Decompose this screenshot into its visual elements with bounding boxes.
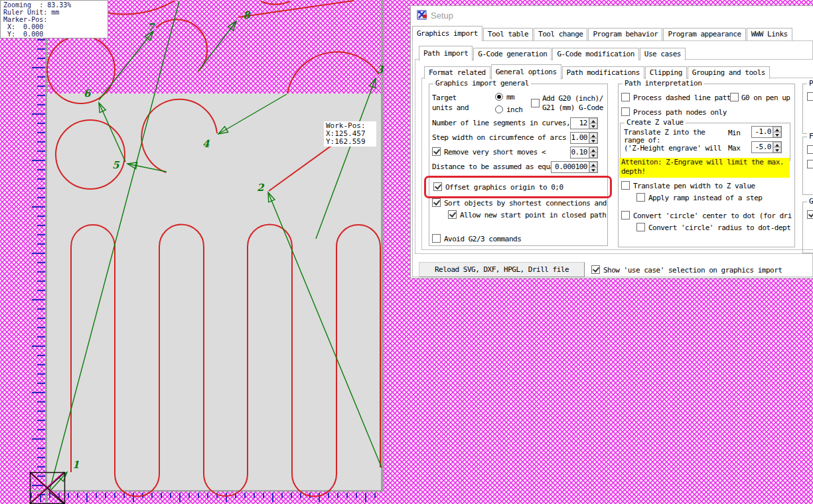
tab-graphics-import[interactable]: Graphics import (412, 26, 482, 41)
checkbox-process-dashed[interactable] (621, 93, 630, 101)
checkbox-pen-width-z[interactable] (621, 181, 630, 190)
checkbox-convert-center[interactable] (621, 211, 630, 220)
subsubtab-clipping[interactable]: Clipping (645, 66, 687, 79)
step-width-spinner-value[interactable]: 1.00 (571, 133, 589, 143)
subtab-use-cases[interactable]: Use cases (640, 48, 686, 60)
radio-units-mm-label: mm (506, 93, 514, 101)
target-units-label-2: units and (432, 103, 469, 112)
process-dashed-label: Process dashed line patte (633, 94, 735, 102)
subtab-g-code-modification[interactable]: G-Code modification (552, 48, 638, 60)
remove-short-moves-spinner-up-arrow[interactable] (589, 147, 597, 153)
add-g20-label-1: Add G20 (inch)/ (542, 94, 603, 103)
checkbox-sort-objects[interactable] (432, 198, 441, 207)
group-label-path-interpretation: Path interpretation (623, 79, 703, 88)
equal-distance-spinner-value[interactable]: 0.000100 (552, 162, 589, 172)
checkbox-apply-ramp[interactable] (636, 193, 645, 202)
reload-file-button[interactable]: Reload SVG, DXF, HPGL, Drill file (419, 262, 585, 277)
target-units-label-1: Target (432, 94, 457, 102)
equal-distance-spinner-up-arrow[interactable] (589, 162, 597, 167)
import-tab-bar: Path importG-Code generationG-Code modif… (419, 46, 686, 60)
avoid-g23-label: Avoid G2/3 commands (444, 235, 521, 243)
line-segments-spinner-value[interactable]: 12 (571, 118, 589, 129)
info-ruler-unit: Ruler Unit: mm (3, 9, 59, 16)
z-max-spinner[interactable]: -5.0 (751, 141, 782, 153)
group-label-graphics-import-general: Graphics import general (433, 79, 531, 88)
checkbox-add-g20-g21[interactable] (531, 99, 540, 107)
tab-program-appearance[interactable]: Program appearance (663, 28, 745, 40)
z-min-spinner-value[interactable]: -1.0 (752, 127, 773, 137)
z-max-spinner-up-arrow[interactable] (773, 142, 781, 147)
z-max-label: Max (728, 144, 740, 153)
work-pos-tooltip: Work-Pos: X:125.457 Y:162.559 (324, 121, 376, 147)
subsubtab-format-related[interactable]: Format related (424, 66, 490, 79)
subsubtab-grouping-and-tools[interactable]: Grouping and tools (688, 66, 770, 79)
z-min-spinner-arrows (773, 127, 781, 137)
checkbox-allow-new-start[interactable] (448, 210, 457, 219)
info-zooming: Zooming : 83.33% (3, 1, 71, 9)
tab-tool-table[interactable]: Tool table (483, 28, 533, 40)
checkbox-convert-radius[interactable] (636, 223, 645, 231)
clipped-group-label: Fl (807, 132, 813, 141)
info-marker-x: X: 0.000 (3, 23, 43, 31)
line-segments-spinner[interactable]: 12 (570, 117, 598, 129)
dialog-titlebar[interactable]: Setup (411, 6, 813, 25)
z-min-spinner[interactable]: -1.0 (751, 126, 782, 138)
line-segments-spinner-down-arrow[interactable] (589, 123, 597, 129)
radio-units-inch[interactable] (495, 105, 503, 113)
subtab-g-code-generation[interactable]: G-Code generation (473, 48, 552, 60)
clipped-group-fl: Fl (802, 137, 813, 195)
subtab-path-import[interactable]: Path import (419, 46, 473, 61)
work-area[interactable] (47, 94, 381, 491)
tab-www-links[interactable]: WWW Links (747, 28, 792, 40)
info-marker-y: Y: 0.000 (3, 31, 43, 38)
remove-short-moves-spinner[interactable]: 0.10 (570, 147, 598, 158)
checkbox-g0-pen-up[interactable] (730, 93, 739, 101)
clipped-group-g: G- (802, 202, 813, 253)
step-width-spinner-arrows (589, 133, 597, 143)
clipped-checkbox[interactable] (807, 160, 813, 168)
clipped-checkbox[interactable] (807, 92, 813, 101)
subsubtab-path-modifications[interactable]: Path modifications (562, 66, 644, 79)
checkbox-show-use-case[interactable] (591, 265, 600, 274)
line-segments-spinner-arrows (589, 118, 597, 129)
group-label-create-z: Create Z value (625, 118, 686, 127)
z-max-spinner-value[interactable]: -5.0 (752, 142, 773, 153)
remove-short-moves-spinner-value[interactable]: 0.10 (571, 147, 589, 158)
sequence-number-7: 7 (147, 21, 155, 33)
checkbox-process-nodes[interactable] (621, 107, 630, 116)
remove-short-moves-spinner-down-arrow[interactable] (589, 153, 597, 158)
subsubtab-general-options[interactable]: General options (491, 64, 561, 80)
equal-distance-spinner-down-arrow[interactable] (589, 167, 597, 172)
tab-program-behavior[interactable]: Program behavior (588, 28, 662, 40)
info-marker-pos: Marker-Pos: (3, 16, 47, 23)
clipped-checkbox[interactable] (807, 210, 813, 219)
sequence-number-3: 3 (376, 64, 384, 76)
checkbox-offset-origin[interactable] (433, 182, 442, 191)
clipped-group-pa: Pa (802, 84, 813, 134)
z-min-spinner-up-arrow[interactable] (773, 127, 781, 132)
attention-line-1: Atteniton: Z-Engrave will limit the max. (621, 158, 784, 166)
step-width-spinner-up-arrow[interactable] (589, 133, 597, 138)
sequence-number-2: 2 (257, 182, 265, 194)
main-tab-bar: Graphics importTool tableTool changeProg… (412, 26, 793, 40)
checkbox-avoid-g23[interactable] (432, 234, 441, 243)
z-min-spinner-down-arrow[interactable] (773, 132, 781, 137)
step-width-spinner[interactable]: 1.00 (570, 132, 598, 144)
checkbox-remove-short-moves[interactable] (432, 147, 441, 156)
radio-units-mm[interactable] (495, 93, 503, 101)
remove-short-moves-spinner-arrows (589, 147, 597, 158)
z-engrave-attention: Atteniton: Z-Engrave will limit the max.… (619, 158, 790, 178)
show-use-case-label: Show 'use case' selection on graphics im… (603, 266, 782, 275)
add-g20-label-2: G21 (mm) G-Code (542, 103, 603, 112)
line-segments-spinner-up-arrow[interactable] (589, 118, 597, 123)
step-width-spinner-down-arrow[interactable] (589, 138, 597, 143)
z-max-spinner-down-arrow[interactable] (773, 147, 781, 153)
sequence-number-6: 6 (84, 88, 92, 99)
remove-short-moves-label: Remove very short moves < (444, 148, 546, 157)
tab-tool-change[interactable]: Tool change (534, 28, 587, 40)
setup-dialog: Setup Graphics importTool tableTool chan… (410, 5, 813, 279)
app-root: { "colors": { "hatch_line": "#ea25ea", "… (0, 0, 813, 504)
clipped-checkbox[interactable] (807, 145, 813, 154)
equal-distance-spinner[interactable]: 0.000100 (551, 161, 598, 173)
apply-ramp-label: Apply ramp instead of a step (648, 194, 762, 202)
